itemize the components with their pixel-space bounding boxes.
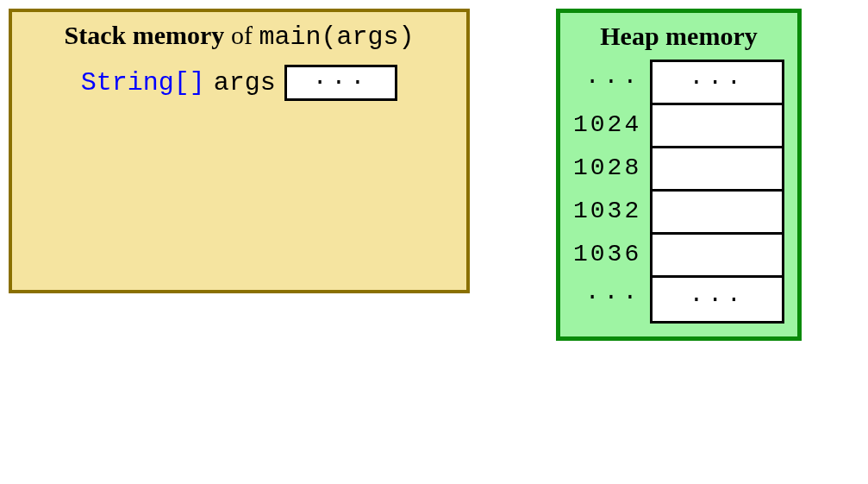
heap-memory-box: Heap memory ··· 1024 1028 1032 1036 ··· … [556,9,802,341]
stack-title: Stack memory of main(args) [29,21,449,52]
heap-cell [653,148,782,192]
heap-value-column: ··· ··· [650,60,784,324]
stack-title-mono: main(args) [259,22,414,52]
heap-title: Heap memory [573,22,784,51]
heap-address: 1032 [573,189,641,232]
stack-memory-box: Stack memory of main(args) String[] args… [9,9,470,293]
stack-variable-row: String[] args ··· [29,65,449,101]
heap-cell: ··· [653,62,782,105]
heap-address: 1024 [573,103,641,146]
heap-cell: ··· [653,278,782,321]
heap-address: 1036 [573,232,641,275]
heap-address: 1028 [573,146,641,189]
heap-address: ··· [573,60,641,103]
stack-title-of: of [224,21,259,49]
heap-cell [653,192,782,235]
variable-type: String[] [81,68,205,97]
heap-address: ··· [573,275,641,318]
variable-name: args [214,68,276,97]
memory-diagram: Stack memory of main(args) String[] args… [9,9,859,341]
heap-cell [653,235,782,278]
variable-value-box: ··· [284,65,397,101]
stack-title-bold: Stack memory [65,21,225,49]
heap-address-column: ··· 1024 1028 1032 1036 ··· [573,60,650,318]
heap-table: ··· 1024 1028 1032 1036 ··· ··· ··· [573,60,784,324]
heap-cell [653,105,782,148]
